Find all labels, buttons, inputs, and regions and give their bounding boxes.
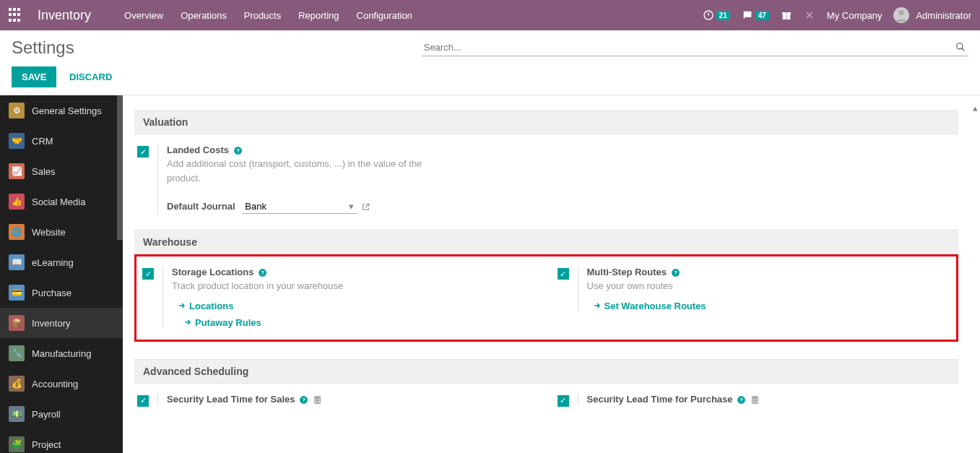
svg-point-19	[317, 401, 318, 402]
svg-text:?: ?	[740, 397, 743, 403]
help-icon[interactable]: ?	[299, 394, 308, 405]
sidebar-item-label: Inventory	[32, 318, 70, 329]
sidebar-item-project[interactable]: 🧩Project	[0, 429, 123, 453]
gear-icon: ⚙	[9, 103, 25, 118]
sidebar-item-label: Social Media	[32, 197, 85, 207]
sidebar-scrollbar[interactable]	[117, 95, 123, 240]
book-icon: 📖	[9, 254, 25, 270]
svg-point-4	[957, 43, 963, 48]
section-valuation: Valuation	[134, 110, 958, 134]
nav-reporting[interactable]: Reporting	[294, 7, 343, 24]
navbar: Inventory Overview Operations Products R…	[0, 0, 980, 30]
svg-text:?: ?	[261, 269, 264, 276]
gift-icon[interactable]	[781, 9, 792, 21]
sidebar-item-label: eLearning	[32, 257, 74, 268]
svg-point-26	[755, 400, 755, 400]
locations-link[interactable]: Locations	[178, 301, 343, 311]
page-title: Settings	[12, 38, 74, 58]
routes-title: Multi-Step Routes	[587, 267, 667, 277]
svg-rect-24	[753, 397, 756, 399]
set-routes-link[interactable]: Set Warehouse Routes	[593, 301, 706, 311]
card-icon: 💳	[9, 285, 25, 301]
sidebar-item-label: Website	[32, 227, 66, 238]
tools-icon[interactable]	[804, 9, 815, 21]
svg-point-15	[316, 400, 316, 400]
search-icon[interactable]	[955, 40, 966, 52]
svg-text:?: ?	[674, 269, 677, 276]
messages-icon[interactable]: 47	[742, 9, 769, 21]
nav-overview[interactable]: Overview	[120, 7, 168, 24]
discard-button[interactable]: DISCARD	[59, 66, 122, 87]
svg-text:?: ?	[236, 147, 240, 154]
money-icon: 💰	[9, 376, 25, 392]
svg-point-3	[899, 10, 904, 15]
sidebar-item-label: Sales	[32, 166, 56, 177]
sidebar: ⚙General Settings 🤝CRM 📈Sales 👍Social Me…	[0, 95, 123, 453]
updates-icon[interactable]: 21	[703, 9, 730, 21]
main-panel: ▴ Valuation ✓ Landed Costs ? Add additio…	[123, 95, 980, 453]
sidebar-item-social[interactable]: 👍Social Media	[0, 186, 123, 217]
sidebar-item-label: Payroll	[32, 409, 61, 420]
sidebar-item-crm[interactable]: 🤝CRM	[0, 126, 123, 156]
svg-point-29	[755, 401, 755, 402]
save-button[interactable]: SAVE	[12, 66, 56, 87]
landed-costs-desc: Add additional cost (transport, customs,…	[167, 157, 427, 185]
nav-operations[interactable]: Operations	[176, 7, 231, 24]
payroll-icon: 💵	[9, 406, 25, 422]
help-icon[interactable]: ?	[233, 144, 243, 155]
sidebar-item-inventory[interactable]: 📦Inventory	[0, 308, 123, 338]
checkbox-multistep-routes[interactable]: ✓	[558, 268, 569, 280]
user-menu[interactable]: Administrator	[893, 7, 971, 23]
svg-point-20	[318, 401, 318, 402]
sidebar-item-sales[interactable]: 📈Sales	[0, 156, 123, 186]
external-link-icon[interactable]	[361, 201, 370, 212]
putaway-link[interactable]: Putaway Rules	[183, 317, 343, 328]
checkbox-purchase-lead[interactable]: ✓	[558, 395, 569, 407]
sidebar-item-label: General Settings	[32, 105, 102, 116]
puzzle-icon: 🧩	[9, 436, 25, 452]
checkbox-sales-lead[interactable]: ✓	[137, 395, 149, 407]
sales-lead-title: Security Lead Time for Sales	[167, 394, 295, 405]
svg-point-28	[753, 401, 754, 402]
search-input[interactable]	[421, 39, 968, 56]
sidebar-item-general[interactable]: ⚙General Settings	[0, 95, 123, 126]
scroll-up-icon[interactable]: ▴	[973, 103, 980, 110]
journal-select[interactable]	[242, 199, 357, 214]
section-advanced: Advanced Scheduling	[134, 359, 958, 384]
calculator-icon[interactable]	[750, 394, 760, 405]
sidebar-item-label: Manufacturing	[32, 348, 91, 359]
sidebar-item-elearning[interactable]: 📖eLearning	[0, 247, 123, 277]
svg-point-16	[317, 400, 318, 400]
help-icon[interactable]: ?	[258, 267, 267, 277]
messages-badge: 47	[755, 11, 769, 20]
section-warehouse: Warehouse	[134, 230, 958, 254]
updates-badge: 21	[716, 11, 730, 20]
svg-point-25	[753, 400, 754, 400]
checkbox-landed-costs[interactable]: ✓	[137, 146, 149, 158]
apps-icon[interactable]	[9, 8, 23, 22]
globe-icon: 🌐	[9, 224, 25, 240]
help-icon[interactable]: ?	[671, 267, 680, 277]
sidebar-item-payroll[interactable]: 💵Payroll	[0, 399, 123, 429]
nav-products[interactable]: Products	[240, 7, 285, 24]
sidebar-item-manufacturing[interactable]: 🔧Manufacturing	[0, 338, 123, 368]
handshake-icon: 🤝	[9, 133, 25, 149]
topbar: Settings SAVE DISCARD	[0, 30, 980, 95]
help-icon[interactable]: ?	[737, 394, 746, 405]
storage-desc: Track product location in your warehouse	[172, 279, 343, 293]
sidebar-item-accounting[interactable]: 💰Accounting	[0, 368, 123, 399]
svg-point-18	[316, 401, 316, 402]
sidebar-item-label: Purchase	[32, 288, 71, 298]
svg-rect-14	[316, 397, 318, 399]
checkbox-storage-locations[interactable]: ✓	[142, 268, 154, 280]
svg-point-17	[318, 400, 318, 400]
thumb-icon: 👍	[9, 194, 25, 210]
sidebar-item-website[interactable]: 🌐Website	[0, 217, 123, 247]
nav-configuration[interactable]: Configuration	[352, 7, 417, 24]
calculator-icon[interactable]	[313, 394, 322, 405]
company-menu[interactable]: My Company	[827, 10, 883, 21]
wrench-icon: 🔧	[9, 345, 25, 361]
sidebar-item-purchase[interactable]: 💳Purchase	[0, 277, 123, 308]
app-brand[interactable]: Inventory	[38, 8, 91, 23]
purchase-lead-title: Security Lead Time for Purchase	[587, 394, 733, 405]
